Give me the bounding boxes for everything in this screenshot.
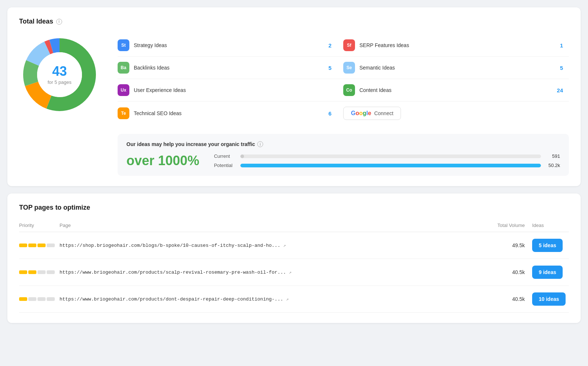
pbar-1	[19, 297, 27, 301]
content-count: 24	[557, 87, 563, 93]
pbar-4	[47, 244, 55, 247]
volume-3: 40.5k	[481, 296, 532, 302]
pbar-2	[28, 270, 36, 274]
top-pages-title: TOP pages to optimize	[19, 204, 569, 212]
idea-row-ux: Ux User Experience Ideas	[118, 79, 343, 102]
pbar-3	[37, 270, 46, 274]
table-header: Priority Page Total Volume Ideas	[19, 219, 569, 232]
volume-2: 40.5k	[481, 269, 532, 275]
traffic-bars: Current 591 Potential 50.2k	[214, 153, 560, 168]
donut-count: 43	[47, 65, 71, 78]
priority-indicator-3	[19, 297, 60, 301]
ext-link-icon-1[interactable]: ↗	[283, 243, 286, 248]
content-label: Content Ideas	[359, 87, 552, 93]
traffic-title: Our ideas may help you increase your org…	[126, 141, 560, 147]
total-ideas-info-icon[interactable]: i	[56, 19, 62, 25]
ext-link-icon-3[interactable]: ↗	[286, 296, 289, 302]
potential-value: 50.2k	[545, 163, 560, 168]
pbar-1	[19, 270, 27, 274]
traffic-percent: over 1000%	[126, 153, 199, 168]
total-ideas-title-text: Total Ideas	[19, 18, 53, 25]
pbar-4	[47, 297, 55, 301]
current-bar-fill	[240, 154, 244, 158]
ux-label: User Experience Ideas	[134, 87, 331, 93]
total-ideas-content: 43 for 5 pages St Strategy Ideas 2 Sf SE…	[19, 34, 569, 176]
donut-center: 43 for 5 pages	[47, 65, 71, 85]
current-label: Current	[214, 153, 236, 159]
potential-bar-fill	[240, 164, 541, 167]
ideas-btn-wrapper-1: 5 ideas	[532, 239, 569, 252]
ideas-grid: St Strategy Ideas 2 Sf SERP Features Ide…	[118, 34, 569, 125]
col-priority: Priority	[19, 223, 60, 228]
ideas-right: St Strategy Ideas 2 Sf SERP Features Ide…	[118, 34, 569, 176]
idea-row-content: Co Content Ideas 24	[343, 79, 569, 102]
current-bar-row: Current 591	[214, 153, 560, 159]
col-ideas: Ideas	[532, 223, 569, 228]
pbar-3	[37, 297, 46, 301]
idea-row-backlinks: Ba Backlinks Ideas 5	[118, 57, 343, 79]
backlinks-count: 5	[329, 65, 331, 71]
serp-count: 1	[560, 42, 563, 49]
google-connect-button[interactable]: Google Connect	[343, 107, 401, 120]
ext-link-icon-2[interactable]: ↗	[289, 270, 291, 275]
traffic-content: over 1000% Current 591 Potential	[126, 153, 560, 168]
page-url-2: https://www.briogeohair.com/products/sca…	[60, 270, 481, 275]
table-row: https://www.briogeohair.com/products/sca…	[19, 259, 569, 286]
connect-label: Connect	[374, 110, 393, 116]
connect-row: Google Connect	[343, 102, 569, 125]
idea-row-serp: Sf SERP Features Ideas 1	[343, 34, 569, 57]
serp-badge: Sf	[343, 39, 355, 51]
traffic-box: Our ideas may help you increase your org…	[118, 134, 569, 176]
page-url-3: https://www.briogeohair.com/products/don…	[60, 296, 481, 302]
ideas-button-3[interactable]: 10 ideas	[532, 292, 566, 306]
serp-label: SERP Features Ideas	[359, 42, 556, 48]
pbar-2	[28, 244, 36, 247]
technical-label: Technical SEO Ideas	[134, 110, 324, 116]
idea-row-strategy: St Strategy Ideas 2	[118, 34, 343, 57]
ideas-btn-wrapper-2: 9 ideas	[532, 266, 569, 279]
g-logo-y: o	[359, 110, 363, 116]
g-logo-g: g	[363, 110, 366, 116]
technical-count: 6	[329, 110, 331, 117]
table-row: https://www.briogeohair.com/products/don…	[19, 286, 569, 313]
idea-row-technical: Te Technical SEO Ideas 6	[118, 102, 343, 125]
google-logo: Google	[351, 110, 371, 117]
priority-indicator-2	[19, 270, 60, 274]
backlinks-badge: Ba	[118, 62, 129, 74]
backlinks-label: Backlinks Ideas	[134, 65, 324, 71]
pbar-3	[37, 244, 46, 247]
table-row: https://shop.briogeohair.com/blogs/b‑spo…	[19, 232, 569, 259]
technical-badge: Te	[118, 107, 129, 119]
g-logo-r: o	[355, 110, 359, 116]
potential-label: Potential	[214, 163, 236, 168]
col-volume: Total Volume	[481, 223, 532, 228]
page-url-1: https://shop.briogeohair.com/blogs/b‑spo…	[60, 243, 481, 248]
g-logo-b: G	[351, 110, 355, 116]
total-ideas-title: Total Ideas i	[19, 18, 569, 25]
idea-row-semantic: Se Semantic Ideas 5	[343, 57, 569, 79]
semantic-badge: Se	[343, 62, 355, 74]
donut-subtitle: for 5 pages	[47, 79, 71, 85]
strategy-label: Strategy Ideas	[134, 42, 324, 48]
current-bar-track	[240, 154, 541, 158]
semantic-count: 5	[560, 65, 563, 71]
semantic-label: Semantic Ideas	[359, 65, 556, 71]
strategy-badge: St	[118, 39, 129, 51]
current-value: 591	[545, 153, 560, 159]
traffic-title-text: Our ideas may help you increase your org…	[126, 141, 255, 147]
pbar-2	[28, 297, 36, 301]
pbar-1	[19, 244, 27, 247]
g-logo-r2: e	[368, 110, 371, 116]
total-ideas-card: Total Ideas i 43 for 5 pages	[7, 7, 581, 186]
col-page: Page	[60, 223, 481, 228]
strategy-count: 2	[329, 42, 331, 49]
pbar-4	[47, 270, 55, 274]
ideas-button-2[interactable]: 9 ideas	[532, 266, 563, 279]
potential-bar-track	[240, 164, 541, 167]
donut-chart: 43 for 5 pages	[19, 34, 100, 115]
top-pages-card: TOP pages to optimize Priority Page Tota…	[7, 193, 581, 323]
potential-bar-row: Potential 50.2k	[214, 163, 560, 168]
ideas-button-1[interactable]: 5 ideas	[532, 239, 563, 252]
content-badge: Co	[343, 84, 355, 96]
traffic-info-icon[interactable]: i	[257, 141, 263, 147]
